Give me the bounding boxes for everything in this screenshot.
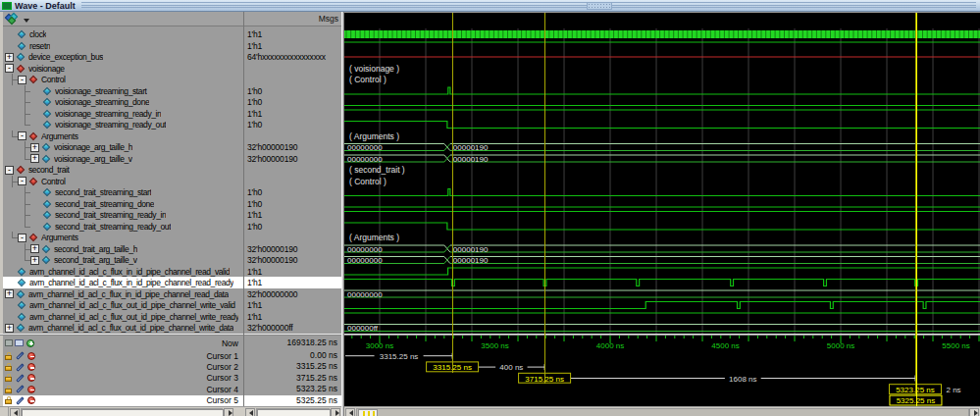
expander-slot <box>30 125 42 126</box>
names-scroll-right-button[interactable] <box>224 408 233 416</box>
signal-names-panel[interactable]: clockresetn+device_exception_bus-voision… <box>3 28 243 334</box>
signal-row[interactable]: voisionage_streaming_ready_out <box>3 119 243 130</box>
collapse-icon[interactable]: - <box>18 177 26 185</box>
signal-row[interactable]: +device_exception_bus <box>3 51 243 63</box>
signal-objects-icon[interactable] <box>6 14 22 25</box>
signal-row[interactable]: +voisionage_arg_taille_v <box>3 153 243 165</box>
wave-scrollbar-track[interactable] <box>356 408 969 416</box>
cursor-row[interactable]: Cursor 4 <box>3 384 243 394</box>
cursor-row[interactable]: Cursor 1 <box>3 350 243 361</box>
expand-icon[interactable]: + <box>5 289 14 298</box>
delete-cursor-icon[interactable] <box>27 374 35 382</box>
cursor-row[interactable]: Cursor 5 <box>3 395 243 406</box>
lock-cursor-icon[interactable] <box>5 352 13 360</box>
expand-icon[interactable]: + <box>30 143 39 152</box>
values-scrollbar-thumb[interactable] <box>257 409 331 416</box>
collapse-icon[interactable]: - <box>18 234 26 242</box>
delete-cursor-icon[interactable] <box>27 363 35 371</box>
signal-diamond-icon <box>18 301 26 309</box>
msgs-column-header[interactable]: Msgs <box>244 13 338 26</box>
collapse-icon[interactable]: - <box>18 131 26 140</box>
delete-cursor-icon[interactable] <box>27 386 35 393</box>
wave-scroll-left-button[interactable] <box>345 408 355 416</box>
expander-slot <box>30 90 42 91</box>
cursor-row[interactable]: Cursor 2 <box>3 361 243 372</box>
signal-row[interactable]: avm_channel_id_acl_c_flux_out_id_pipe_ch… <box>3 311 243 323</box>
signal-row[interactable]: avm_channel_id_acl_c_flux_in_id_pipe_cha… <box>3 277 243 288</box>
signal-row[interactable]: clock <box>3 28 243 40</box>
signal-row[interactable]: second_trait_streaming_ready_in <box>3 209 243 221</box>
names-scrollbar-track[interactable] <box>21 408 223 416</box>
expander-slot <box>30 113 42 114</box>
panel-wave-splitter[interactable] <box>341 12 344 416</box>
signal-row[interactable]: voisionage_streaming_done <box>3 96 243 108</box>
cursor-line[interactable] <box>544 13 545 384</box>
signal-row[interactable]: second_trait_streaming_start <box>3 186 243 198</box>
signal-row[interactable]: +second_trait_arg_taille_h <box>3 243 243 255</box>
names-scrollbar-thumb[interactable] <box>22 409 224 416</box>
wave-scrollbar-thumb[interactable] <box>358 409 378 416</box>
tree-connector <box>6 130 18 142</box>
lock-cursor-icon[interactable] <box>5 374 13 382</box>
tree-connector <box>19 153 30 165</box>
wave-scroll-right-button[interactable] <box>969 408 979 416</box>
add-cursor-icon[interactable] <box>26 339 34 347</box>
delete-cursor-icon[interactable] <box>27 396 35 404</box>
signal-row[interactable]: avm_channel_id_acl_c_flux_out_id_pipe_ch… <box>3 299 243 311</box>
collapse-icon[interactable]: - <box>5 166 14 175</box>
values-scrollbar-track[interactable] <box>256 408 330 416</box>
signal-group-row[interactable]: -Arguments <box>3 232 243 243</box>
expand-icon[interactable]: + <box>30 154 39 163</box>
signal-group-row[interactable]: -Arguments <box>3 130 243 142</box>
signal-values-panel[interactable]: 1'h11'h164'hxxxxxxxxxxxxxxxx1'h01'h01'h1… <box>244 28 341 334</box>
svg-text:00000190: 00000190 <box>453 155 489 164</box>
signal-group-row[interactable]: -second_trait <box>3 164 243 176</box>
signal-row[interactable]: resetn <box>3 40 243 52</box>
values-scroll-left-button[interactable] <box>245 408 255 416</box>
signal-row[interactable]: +avm_channel_id_acl_c_flux_in_id_pipe_ch… <box>3 288 243 300</box>
collapse-icon[interactable]: - <box>5 64 14 73</box>
signal-group-row[interactable]: -Control <box>3 176 243 187</box>
window-titlebar[interactable]: Wave - Default <box>0 0 980 12</box>
edit-cursor-icon[interactable] <box>16 396 24 404</box>
cursor-line[interactable] <box>452 13 453 373</box>
edit-cursor-icon[interactable] <box>16 374 24 382</box>
expand-icon[interactable]: + <box>5 324 14 333</box>
cursor-pane-separator[interactable] <box>0 334 980 336</box>
name-value-column-divider[interactable] <box>243 12 244 406</box>
expand-icon[interactable]: + <box>30 256 39 265</box>
collapse-icon[interactable]: - <box>18 76 26 84</box>
values-scroll-right-button[interactable] <box>331 408 340 416</box>
expand-icon[interactable]: + <box>5 53 14 62</box>
expand-icon[interactable]: + <box>30 244 39 253</box>
titlebar-dock-grip[interactable] <box>587 2 612 10</box>
chevron-down-icon[interactable] <box>24 19 29 23</box>
active-cursor-line[interactable] <box>916 13 917 406</box>
signal-row[interactable]: second_trait_streaming_done <box>3 198 243 210</box>
time-ruler[interactable]: 3000 ns3500 ns4000 ns4500 ns5000 ns5500 … <box>344 336 980 350</box>
edit-cursor-icon[interactable] <box>16 386 24 393</box>
names-scroll-left-button[interactable] <box>10 408 20 416</box>
edit-cursor-icon[interactable] <box>16 351 24 359</box>
lock-cursor-icon[interactable] <box>5 363 13 371</box>
cursor-display-icon[interactable] <box>15 339 24 346</box>
now-row[interactable]: Now <box>3 336 243 350</box>
cursor-marker-tick <box>368 411 370 416</box>
signal-row[interactable]: avm_channel_id_acl_c_flux_in_id_pipe_cha… <box>3 266 243 278</box>
waveform-plot[interactable]: ( voisionage )( Control )( Arguments )00… <box>344 28 980 334</box>
signal-row[interactable]: +voisionage_arg_taille_h <box>3 141 243 153</box>
signal-row[interactable]: voisionage_streaming_ready_in <box>3 108 243 120</box>
signal-name-label: avm_channel_id_acl_c_flux_out_id_pipe_ch… <box>29 312 238 322</box>
signal-row[interactable]: +second_trait_arg_taille_v <box>3 254 243 266</box>
lock-cursor-icon[interactable] <box>5 386 13 393</box>
signal-group-row[interactable]: -Control <box>3 74 243 85</box>
signal-row[interactable]: voisionage_streaming_start <box>3 85 243 97</box>
cursor-settings-icon[interactable] <box>5 339 13 346</box>
lock-cursor-icon[interactable] <box>5 396 13 404</box>
delete-cursor-icon[interactable] <box>27 352 35 360</box>
signal-group-row[interactable]: -voisionage <box>3 63 243 75</box>
cursor-row[interactable]: Cursor 3 <box>3 373 243 384</box>
edit-cursor-icon[interactable] <box>16 363 24 371</box>
signal-row[interactable]: second_trait_streaming_ready_out <box>3 221 243 233</box>
signal-row[interactable]: +avm_channel_id_acl_c_flux_out_id_pipe_c… <box>3 322 243 334</box>
